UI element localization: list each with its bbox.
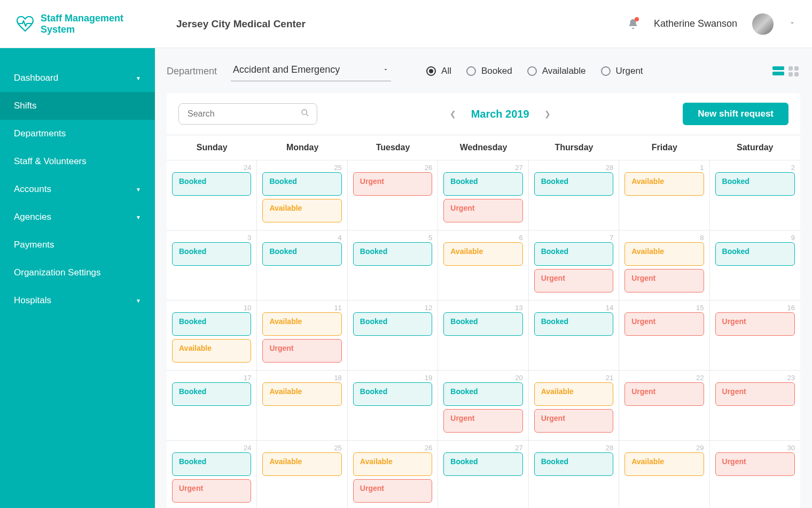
shift-urgent[interactable]: Urgent bbox=[443, 409, 522, 433]
chevron-down-icon[interactable] bbox=[788, 19, 796, 29]
calendar-cell[interactable]: 2Booked bbox=[710, 160, 800, 230]
calendar-cell[interactable]: 3Booked bbox=[167, 230, 257, 301]
sidebar-item-agencies[interactable]: Agencies▼ bbox=[0, 203, 155, 231]
shift-available[interactable]: Available bbox=[262, 312, 341, 336]
calendar-cell[interactable]: 9Booked bbox=[710, 230, 800, 301]
shift-booked[interactable]: Booked bbox=[534, 312, 613, 336]
filter-urgent[interactable]: Urgent bbox=[601, 66, 643, 76]
shift-urgent[interactable]: Urgent bbox=[624, 312, 704, 336]
shift-booked[interactable]: Booked bbox=[353, 382, 432, 406]
shift-urgent[interactable]: Urgent bbox=[715, 382, 795, 406]
shift-booked[interactable]: Booked bbox=[172, 242, 251, 266]
calendar-cell[interactable]: 29Available bbox=[619, 441, 709, 508]
shift-urgent[interactable]: Urgent bbox=[353, 479, 432, 503]
shift-urgent[interactable]: Urgent bbox=[715, 452, 795, 476]
calendar-cell[interactable]: 4Booked bbox=[257, 230, 347, 301]
sidebar-item-shifts[interactable]: Shifts bbox=[0, 92, 155, 120]
calendar-cell[interactable]: 26AvailableUrgent bbox=[348, 441, 438, 508]
shift-booked[interactable]: Booked bbox=[172, 452, 251, 476]
search-field[interactable] bbox=[186, 109, 301, 119]
sidebar-item-dashboard[interactable]: Dashboard▼ bbox=[0, 64, 155, 92]
shift-booked[interactable]: Booked bbox=[443, 382, 522, 406]
shift-urgent[interactable]: Urgent bbox=[172, 479, 251, 503]
shift-booked[interactable]: Booked bbox=[262, 242, 341, 266]
shift-booked[interactable]: Booked bbox=[534, 172, 613, 196]
shift-urgent[interactable]: Urgent bbox=[715, 312, 795, 336]
calendar-cell[interactable]: 7BookedUrgent bbox=[529, 230, 619, 301]
calendar-cell[interactable]: 11AvailableUrgent bbox=[257, 301, 347, 371]
filter-all[interactable]: All bbox=[426, 66, 451, 76]
calendar-cell[interactable]: 15Urgent bbox=[619, 301, 709, 371]
calendar-cell[interactable]: 28Booked bbox=[529, 160, 619, 230]
calendar-cell[interactable]: 25Available bbox=[257, 441, 347, 508]
shift-available[interactable]: Available bbox=[534, 382, 613, 406]
calendar-cell[interactable]: 16Urgent bbox=[710, 301, 800, 371]
sidebar-item-staff-volunteers[interactable]: Staff & Volunteers bbox=[0, 148, 155, 175]
shift-booked[interactable]: Booked bbox=[172, 312, 251, 336]
sidebar-item-accounts[interactable]: Accounts▼ bbox=[0, 175, 155, 203]
shift-booked[interactable]: Booked bbox=[172, 382, 251, 406]
shift-urgent[interactable]: Urgent bbox=[534, 409, 613, 433]
sidebar-item-payments[interactable]: Payments bbox=[0, 231, 155, 259]
shift-booked[interactable]: Booked bbox=[443, 312, 522, 336]
calendar-cell[interactable]: 1Available bbox=[619, 160, 709, 230]
sidebar-item-organization-settings[interactable]: Organization Settings bbox=[0, 259, 155, 287]
prev-month-icon[interactable]: ❮ bbox=[450, 110, 456, 118]
calendar-cell[interactable]: 10BookedAvailable bbox=[167, 301, 257, 371]
calendar-cell[interactable]: 27Booked bbox=[438, 441, 528, 508]
shift-available[interactable]: Available bbox=[443, 242, 522, 266]
search-input[interactable] bbox=[178, 103, 317, 125]
shift-available[interactable]: Available bbox=[262, 452, 341, 476]
calendar-cell[interactable]: 25BookedAvailable bbox=[257, 160, 347, 230]
shift-booked[interactable]: Booked bbox=[353, 242, 432, 266]
shift-booked[interactable]: Booked bbox=[443, 452, 522, 476]
calendar-cell[interactable]: 27BookedUrgent bbox=[438, 160, 528, 230]
calendar-cell[interactable]: 5Booked bbox=[348, 230, 438, 301]
calendar-cell[interactable]: 12Booked bbox=[348, 301, 438, 371]
department-select[interactable]: Accident and Emergency bbox=[231, 61, 391, 81]
calendar-cell[interactable]: 22Urgent bbox=[619, 371, 709, 441]
shift-urgent[interactable]: Urgent bbox=[624, 269, 704, 293]
shift-urgent[interactable]: Urgent bbox=[262, 339, 341, 363]
notifications-icon[interactable] bbox=[627, 18, 639, 30]
shift-booked[interactable]: Booked bbox=[443, 172, 522, 196]
grid-view-icon[interactable] bbox=[788, 66, 800, 76]
sidebar-item-departments[interactable]: Departments bbox=[0, 120, 155, 148]
next-month-icon[interactable]: ❯ bbox=[544, 110, 551, 118]
shift-urgent[interactable]: Urgent bbox=[353, 172, 432, 196]
shift-available[interactable]: Available bbox=[624, 452, 704, 476]
shift-booked[interactable]: Booked bbox=[172, 172, 251, 196]
shift-urgent[interactable]: Urgent bbox=[443, 199, 522, 222]
list-view-icon[interactable] bbox=[772, 66, 784, 76]
calendar-cell[interactable]: 13Booked bbox=[438, 301, 528, 371]
calendar-cell[interactable]: 17Booked bbox=[167, 371, 257, 441]
calendar-cell[interactable]: 24BookedUrgent bbox=[167, 441, 257, 508]
calendar-cell[interactable]: 30Urgent bbox=[710, 441, 800, 508]
shift-urgent[interactable]: Urgent bbox=[624, 382, 704, 406]
calendar-cell[interactable]: 24Booked bbox=[167, 160, 257, 230]
calendar-cell[interactable]: 19Booked bbox=[348, 371, 438, 441]
calendar-cell[interactable]: 14Booked bbox=[529, 301, 619, 371]
calendar-cell[interactable]: 8AvailableUrgent bbox=[619, 230, 709, 301]
calendar-cell[interactable]: 18Available bbox=[257, 371, 347, 441]
avatar[interactable] bbox=[752, 13, 774, 35]
sidebar-item-hospitals[interactable]: Hospitals▼ bbox=[0, 287, 155, 314]
shift-booked[interactable]: Booked bbox=[353, 312, 432, 336]
calendar-cell[interactable]: 23Urgent bbox=[710, 371, 800, 441]
calendar-cell[interactable]: 28Booked bbox=[529, 441, 619, 508]
new-shift-button[interactable]: New shift request bbox=[683, 103, 788, 125]
calendar-cell[interactable]: 20BookedUrgent bbox=[438, 371, 528, 441]
shift-booked[interactable]: Booked bbox=[262, 172, 341, 196]
shift-booked[interactable]: Booked bbox=[715, 242, 795, 266]
calendar-cell[interactable]: 21AvailableUrgent bbox=[529, 371, 619, 441]
shift-available[interactable]: Available bbox=[353, 452, 432, 476]
logo[interactable]: Staff Management System bbox=[16, 13, 160, 35]
shift-booked[interactable]: Booked bbox=[534, 242, 613, 266]
shift-available[interactable]: Available bbox=[172, 339, 251, 363]
shift-urgent[interactable]: Urgent bbox=[534, 269, 613, 293]
shift-available[interactable]: Available bbox=[624, 242, 704, 266]
shift-booked[interactable]: Booked bbox=[534, 452, 613, 476]
calendar-cell[interactable]: 6Available bbox=[438, 230, 528, 301]
filter-booked[interactable]: Booked bbox=[466, 66, 512, 76]
shift-booked[interactable]: Booked bbox=[715, 172, 795, 196]
